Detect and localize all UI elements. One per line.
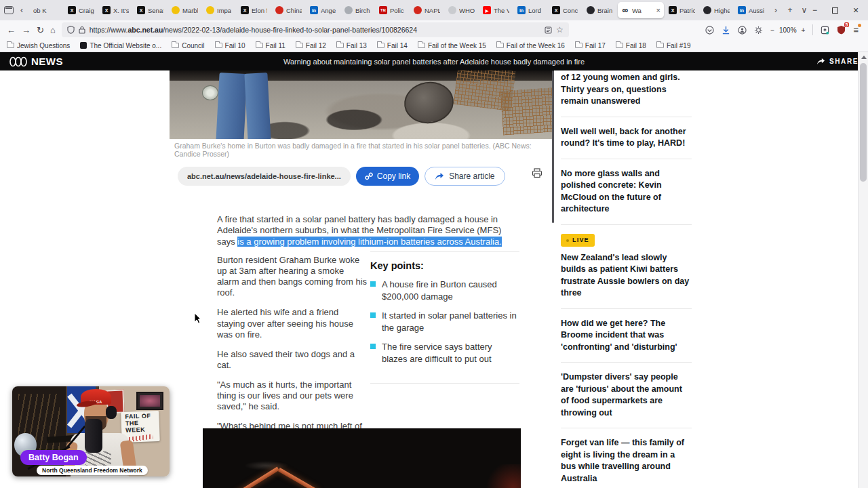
bookmark-item[interactable]: Fail 13: [336, 42, 367, 49]
url-text[interactable]: https://www.abc.net.au/news/2022-02-13/a…: [90, 26, 540, 34]
sidebar-scrollbar-thumb[interactable]: [552, 70, 554, 223]
tab-label: X. It's: [113, 7, 129, 14]
downloads-icon[interactable]: [722, 26, 730, 35]
tab-scroll-left-icon[interactable]: ‹: [16, 5, 28, 15]
browser-tab[interactable]: XSenat: [134, 2, 167, 18]
related-stories-sidebar: of 12 young women and girls. Thirty year…: [561, 68, 692, 488]
sidebar-story-link[interactable]: LIVENew Zealand's lead slowly builds as …: [561, 224, 692, 308]
browser-tab[interactable]: Marbl: [168, 2, 201, 18]
bookmark-item[interactable]: Fail of the Week 15: [418, 42, 486, 49]
browser-tab[interactable]: inLord: [514, 2, 547, 18]
sidebar-story-link[interactable]: 'Dumpster divers' say people are 'furiou…: [561, 362, 692, 428]
browser-tab[interactable]: ob K: [30, 2, 63, 18]
gray-favicon-icon: [448, 6, 456, 14]
browser-tab[interactable]: ▶The V: [479, 2, 513, 18]
bookmark-item[interactable]: Fail 12: [296, 42, 326, 49]
zoom-out-icon[interactable]: −: [770, 26, 774, 34]
browser-tab[interactable]: inAnge: [307, 2, 340, 18]
folder-icon: [616, 43, 623, 48]
photo-debris-ball: [202, 85, 218, 100]
article-url-pill[interactable]: abc.net.au/news/adelaide-house-fire-link…: [178, 167, 351, 186]
browser-tab[interactable]: inAussi: [734, 2, 768, 18]
browser-tab[interactable]: XElon f: [237, 2, 271, 18]
x-favicon-icon: X: [137, 6, 145, 14]
zoom-in-icon[interactable]: +: [802, 26, 806, 34]
back-icon[interactable]: ←: [7, 25, 16, 35]
browser-tab[interactable]: Highe: [700, 2, 733, 18]
sidebar-story-link[interactable]: How did we get here? The Broome incident…: [561, 308, 692, 363]
x-favicon-icon: X: [102, 6, 111, 14]
scroll-up-arrow-icon[interactable]: [861, 56, 867, 59]
reload-icon[interactable]: ↻: [37, 25, 44, 35]
article-video-night-fire[interactable]: [203, 428, 521, 488]
tab-close-icon[interactable]: ×: [656, 6, 660, 14]
share-article-button[interactable]: Share article: [425, 167, 505, 186]
browser-tab[interactable]: TBPolic: [376, 2, 409, 18]
browser-tab[interactable]: Brain: [583, 2, 616, 18]
bookmark-item[interactable]: Fail #19: [656, 42, 691, 49]
bookmark-item[interactable]: Fail 18: [616, 42, 646, 49]
restore-icon[interactable]: [832, 7, 838, 14]
pocket-icon[interactable]: [705, 26, 714, 35]
key-point-bullet-icon: [370, 281, 376, 287]
browser-tab[interactable]: XConc: [549, 2, 582, 18]
forward-icon[interactable]: →: [22, 25, 31, 35]
folder-icon: [496, 43, 504, 48]
firefox-view-icon[interactable]: [4, 6, 14, 14]
tab-label: Marbl: [182, 7, 198, 14]
header-share-button[interactable]: SHARE: [816, 58, 859, 65]
browser-tab[interactable]: Impa: [203, 2, 236, 18]
key-points-list: A house fire in Burton caused $200,000 d…: [370, 279, 519, 365]
sidebar-story-link[interactable]: Well well well, back for another round? …: [561, 117, 692, 159]
tab-label: Ange: [321, 7, 336, 14]
bookmark-item[interactable]: Fail 11: [256, 42, 285, 49]
bookmark-item[interactable]: Council: [172, 42, 204, 49]
print-icon[interactable]: [532, 168, 542, 178]
sidebar-story-link[interactable]: of 12 young women and girls. Thirty year…: [561, 68, 692, 117]
new-tab-icon[interactable]: +: [784, 5, 796, 15]
page-scrollbar[interactable]: [858, 52, 868, 488]
window-close-icon[interactable]: ×: [853, 5, 859, 16]
lead-highlighted-text: is a growing problem involving lithium-i…: [237, 237, 501, 247]
account-icon[interactable]: [738, 26, 747, 35]
copy-link-button[interactable]: Copy link: [356, 167, 419, 186]
minimize-icon[interactable]: −: [812, 5, 817, 15]
lock-icon[interactable]: [79, 26, 85, 34]
address-bar[interactable]: https://www.abc.net.au/news/2022-02-13/a…: [62, 22, 569, 37]
tracking-shield-icon[interactable]: [67, 26, 75, 34]
bookmark-star-icon[interactable]: ☆: [556, 25, 564, 35]
browser-tab[interactable]: XCraig: [64, 2, 98, 18]
browser-tab[interactable]: Birch: [341, 2, 374, 18]
reader-mode-icon[interactable]: [545, 26, 552, 34]
tab-scroll-right-icon[interactable]: ›: [770, 5, 782, 15]
browser-tab[interactable]: WHO: [445, 2, 478, 18]
zoom-level[interactable]: 100%: [779, 26, 797, 34]
bookmark-item[interactable]: The Official Website o...: [80, 42, 161, 49]
tab-label: Senat: [148, 7, 163, 14]
sidebar-story-link[interactable]: Forget van life — this family of eight i…: [561, 428, 692, 488]
settings-gear-icon[interactable]: [754, 26, 763, 35]
browser-tab[interactable]: China: [272, 2, 305, 18]
bookmark-item[interactable]: Jewish Questions: [7, 42, 70, 49]
key-point-bullet-icon: [370, 312, 376, 318]
tab-label: Highe: [714, 7, 730, 14]
ublock-shield-icon[interactable]: 5: [837, 25, 846, 35]
browser-tab[interactable]: XPatric: [665, 2, 698, 18]
menu-icon[interactable]: ≡: [853, 25, 859, 35]
webcam-picture-frame: [136, 392, 163, 410]
bookmark-item[interactable]: Fail 10: [215, 42, 245, 49]
bookmark-item[interactable]: Fail 17: [575, 42, 606, 49]
linkedin-favicon-icon: in: [517, 6, 526, 14]
article-paragraph: He alerted his wife and a friend staying…: [217, 307, 368, 340]
page-scrollbar-thumb[interactable]: [860, 63, 867, 182]
home-icon[interactable]: ⌂: [50, 25, 56, 35]
browser-tab[interactable]: ∞Wa×: [618, 2, 664, 18]
extension-icon[interactable]: [821, 26, 829, 35]
browser-tab[interactable]: NAPL: [410, 2, 443, 18]
sidebar-story-link[interactable]: No more glass walls and polished concret…: [561, 159, 692, 224]
bookmark-item[interactable]: Fail of the Week 16: [496, 42, 565, 49]
bookmark-label: Fail of the Week 15: [428, 42, 486, 49]
bookmark-item[interactable]: Fail 14: [377, 42, 408, 49]
browser-tab[interactable]: XX. It's: [99, 2, 132, 18]
tab-overflow-icon[interactable]: ∨: [798, 5, 810, 15]
